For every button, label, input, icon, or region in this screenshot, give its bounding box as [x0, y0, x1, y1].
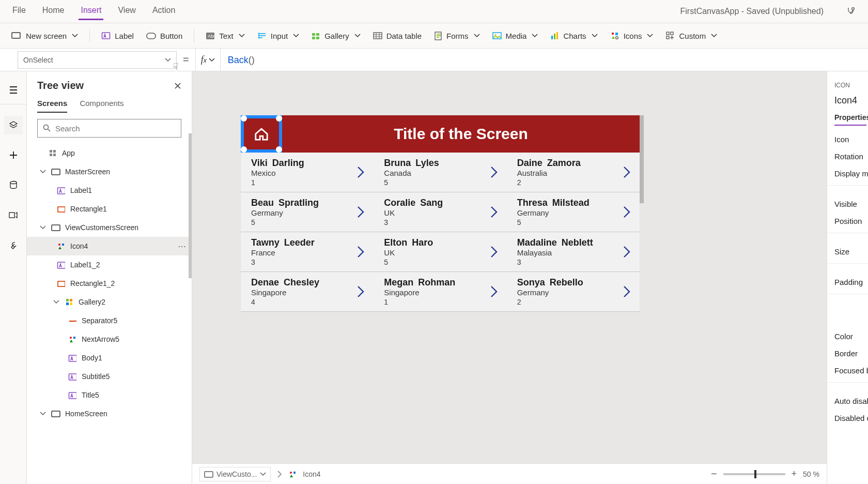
chevron-right-icon[interactable]	[622, 246, 631, 258]
breadcrumb-screen[interactable]: ViewCusto...	[199, 467, 271, 481]
icons-button[interactable]: Icons	[609, 29, 655, 42]
gallery-item[interactable]: Beau SpratlingGermany5	[241, 192, 374, 232]
prop-row[interactable]: Color	[827, 328, 868, 345]
formula-input[interactable]: Back()	[221, 54, 255, 66]
charts-button[interactable]: Charts	[549, 29, 598, 42]
selected-icon-home[interactable]	[241, 115, 282, 153]
tools-rail-button[interactable]	[4, 236, 23, 254]
tree-node-subtitle5[interactable]: Subtitle5	[27, 367, 192, 386]
tree-node-separator5[interactable]: Separator5	[27, 311, 192, 330]
button-button[interactable]: Button	[145, 29, 183, 42]
menu-view[interactable]: View	[116, 3, 137, 20]
zoom-in-button[interactable]: +	[792, 468, 797, 479]
tree-node-home[interactable]: HomeScreen	[27, 404, 192, 423]
chevron-right-icon[interactable]	[622, 206, 631, 218]
tree-node-body1[interactable]: Body1	[27, 349, 192, 367]
gallery-item[interactable]: Coralie SangUK3	[374, 192, 506, 232]
hamburger-button[interactable]	[0, 81, 26, 104]
separator	[194, 29, 194, 42]
prop-row[interactable]: Size	[827, 243, 868, 260]
prop-row[interactable]: Rotation	[827, 148, 868, 165]
tree-node-rectangle1[interactable]: Rectangle1	[27, 200, 192, 218]
canvas-scrollbar[interactable]	[640, 115, 644, 203]
input-button[interactable]: Input	[256, 29, 300, 42]
tree-node-title5[interactable]: Title5	[27, 386, 192, 404]
tree-node-rectangle1-2[interactable]: Rectangle1_2	[27, 274, 192, 293]
chevron-right-icon[interactable]	[489, 166, 499, 178]
tab-properties[interactable]: Properties	[834, 113, 866, 126]
insert-rail-button[interactable]	[4, 146, 23, 164]
tree-node-app[interactable]: App	[27, 144, 192, 162]
fx-button[interactable]: fx	[195, 49, 221, 71]
custom-button[interactable]: Custom	[664, 29, 718, 42]
chevron-right-icon[interactable]	[356, 206, 365, 218]
chevron-right-icon[interactable]	[622, 166, 631, 178]
tree-node-label1[interactable]: Label1	[27, 181, 192, 200]
search-input[interactable]	[55, 124, 176, 133]
item-subtitle: UK	[384, 208, 484, 217]
chevron-right-icon[interactable]	[489, 246, 499, 258]
tree-node-label1-2[interactable]: Label1_2	[27, 255, 192, 274]
menu-file[interactable]: File	[10, 3, 28, 20]
canvas-area[interactable]: Title of the Screen Viki DarlingMexico1B…	[192, 71, 827, 484]
prop-row[interactable]: Focused bor	[827, 362, 868, 379]
tree-node-view[interactable]: ViewCustomersScreen	[27, 218, 192, 237]
diagnostics-icon[interactable]	[846, 6, 858, 17]
menu-insert[interactable]: Insert	[79, 3, 103, 20]
forms-button[interactable]: Forms	[433, 29, 481, 43]
gallery-item[interactable]: Elton HaroUK5	[374, 232, 506, 272]
chevron-right-icon[interactable]	[489, 285, 499, 298]
tree-view-button[interactable]	[4, 116, 23, 134]
gallery-item[interactable]: Madaline NeblettMalayasia3	[507, 232, 640, 272]
gallery-item[interactable]: Tawny LeederFrance3	[241, 232, 374, 272]
tree-node-gallery2[interactable]: Gallery2	[27, 293, 192, 311]
button-text: Button	[160, 32, 182, 40]
zoom-slider[interactable]	[723, 473, 785, 475]
chevron-right-icon[interactable]	[356, 246, 365, 258]
scrollbar[interactable]	[189, 133, 192, 278]
gallery-item[interactable]: Megan RohmanSingapore1	[374, 272, 506, 312]
tab-screens[interactable]: Screens	[37, 99, 67, 113]
text-button[interactable]: Text	[205, 29, 246, 42]
prop-row[interactable]: Position	[827, 213, 868, 230]
label-button[interactable]: Label	[100, 29, 135, 42]
gallery-item[interactable]: Sonya RebelloGermany2	[507, 272, 640, 312]
gallery-item[interactable]: Thresa MilsteadGermany5	[507, 192, 640, 232]
prop-row[interactable]: Border	[827, 345, 868, 362]
item-name: Coralie Sang	[384, 198, 484, 208]
chevron-right-icon[interactable]	[356, 285, 365, 298]
tree-node-icon4[interactable]: Icon4⋯	[27, 237, 192, 255]
tree-node-master[interactable]: MasterScreen	[27, 162, 192, 181]
media-rail-button[interactable]	[4, 206, 23, 224]
chevron-right-icon[interactable]	[489, 206, 499, 218]
media-button[interactable]: Media	[491, 29, 539, 42]
menu-home[interactable]: Home	[40, 3, 67, 20]
zoom-out-button[interactable]: −	[711, 468, 717, 480]
data-rail-button[interactable]	[4, 176, 23, 194]
gallery-item[interactable]: Viki DarlingMexico1	[241, 153, 374, 192]
prop-row[interactable]: Display mod	[827, 165, 868, 182]
formula-args: ()	[249, 55, 255, 65]
chevron-right-icon[interactable]	[356, 166, 365, 178]
close-tree-button[interactable]	[174, 82, 181, 89]
tree-search[interactable]	[37, 119, 181, 138]
gallery-item[interactable]: Bruna LylesCanada5	[374, 153, 506, 192]
more-icon[interactable]: ⋯	[178, 241, 187, 251]
tab-components[interactable]: Components	[80, 99, 123, 113]
item-subtitle: Germany	[251, 208, 351, 217]
prop-row[interactable]: Padding	[827, 274, 868, 291]
tree-node-nextarrow5[interactable]: NextArrow5	[27, 330, 192, 349]
menu-action[interactable]: Action	[150, 3, 177, 20]
chevron-right-icon[interactable]	[622, 285, 631, 298]
property-dropdown[interactable]: OnSelect ☟	[18, 51, 177, 69]
gallery-item[interactable]: Daine ZamoraAustralia2	[507, 153, 640, 192]
gallery-item[interactable]: Denae ChesleySingapore4	[241, 272, 374, 312]
prop-row[interactable]: Disabled col	[827, 410, 868, 427]
datatable-button[interactable]: Data table	[372, 29, 423, 42]
app-canvas[interactable]: Title of the Screen Viki DarlingMexico1B…	[241, 115, 640, 312]
prop-row[interactable]: Auto disable	[827, 392, 868, 410]
new-screen-button[interactable]: New screen	[10, 29, 79, 42]
prop-row[interactable]: Visible	[827, 195, 868, 213]
gallery-button[interactable]: Gallery	[311, 29, 362, 42]
prop-row[interactable]: Icon	[827, 131, 868, 148]
